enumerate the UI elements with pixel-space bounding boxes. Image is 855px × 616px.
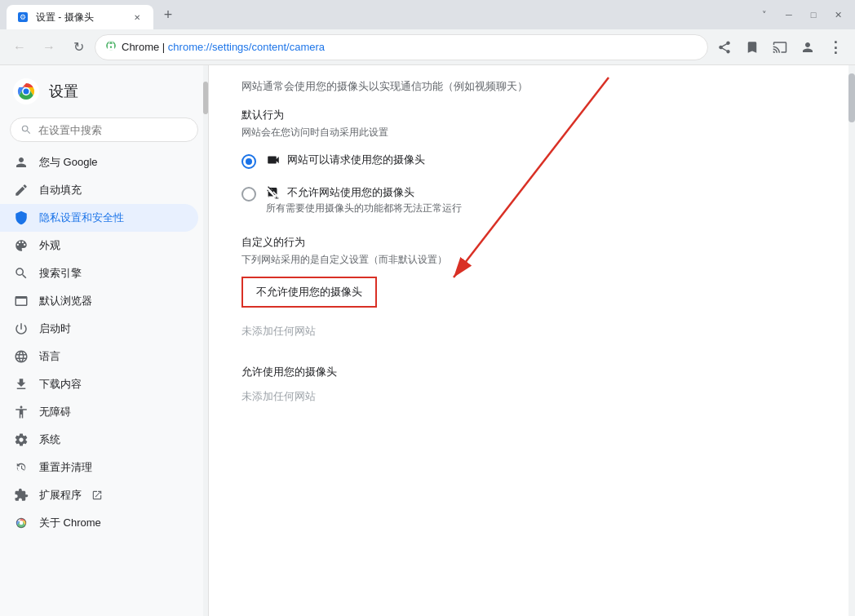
radio-allow-option[interactable]: 网站可以请求使用您的摄像头 [241,149,822,172]
forward-btn[interactable]: → [36,34,62,60]
accessibility-icon [13,405,29,419]
browser-icon [13,294,29,308]
radio-deny-subtext: 所有需要使用摄像头的功能都将无法正常运行 [266,202,822,215]
sidebar-item-language[interactable]: 语言 [0,343,198,370]
about-icon [13,516,29,530]
browser-tab[interactable]: ⚙ 设置 - 摄像头 ✕ [7,5,153,29]
radio-allow-content: 网站可以请求使用您的摄像头 [266,153,822,167]
sidebar-item-startup[interactable]: 启动时 [0,315,198,343]
maximize-btn[interactable]: □ [803,7,824,23]
sidebar-item-browser[interactable]: 默认浏览器 [0,287,198,315]
title-bar: ⚙ 设置 - 摄像头 ✕ + ˅ ─ □ ✕ [0,0,855,29]
default-behavior-label: 默认行为 [241,108,822,122]
radio-allow-text: 网站可以请求使用您的摄像头 [287,153,425,167]
blocked-empty: 未添加任何网站 [241,317,822,352]
sidebar: 设置 您与 Google 自动填充 隐私设置和安全性 外观 搜索引擎 [0,65,209,616]
window-controls: ˅ ─ □ ✕ [754,7,848,23]
sidebar-item-autofill[interactable]: 自动填充 [0,176,198,204]
person-icon [13,155,29,170]
sidebar-header: 设置 [0,72,208,117]
screen-cast-btn[interactable] [767,34,793,60]
sidebar-item-extensions[interactable]: 扩展程序 [0,481,198,509]
top-description: 网站通常会使用您的摄像头以实现通信功能（例如视频聊天） [241,78,822,95]
language-icon [13,349,29,364]
security-icon [105,40,117,54]
tab-strip-menu-btn[interactable]: ˅ [754,7,775,23]
sidebar-search-box[interactable] [10,117,198,142]
sidebar-item-label: 隐私设置和安全性 [39,211,124,225]
refresh-btn[interactable]: ↻ [65,34,91,60]
profile-btn[interactable] [795,34,821,60]
sidebar-item-system[interactable]: 系统 [0,426,198,454]
palette-icon [13,238,29,253]
download-icon [13,377,29,392]
sidebar-item-label: 重置并清理 [39,460,92,475]
sidebar-item-label: 无障碍 [39,405,71,419]
custom-title: 自定义的行为 [241,235,822,250]
address-bar[interactable]: Chrome | chrome://settings/content/camer… [95,34,708,60]
allowed-empty: 未添加任何网站 [241,383,822,417]
custom-section: 自定义的行为 下列网站采用的是自定义设置（而非默认设置） 不允许使用您的摄像头 … [241,235,822,417]
new-tab-btn[interactable]: + [157,3,179,26]
search-engine-icon [13,266,29,281]
sidebar-item-label: 关于 Chrome [39,516,101,530]
sidebar-item-appearance[interactable]: 外观 [0,232,198,259]
radio-deny-main: 不允许网站使用您的摄像头 [266,185,822,200]
main-layout: 设置 您与 Google 自动填充 隐私设置和安全性 外观 搜索引擎 [0,65,855,616]
sidebar-item-label: 外观 [39,238,60,253]
close-btn[interactable]: ✕ [827,7,848,23]
share-btn[interactable] [711,34,738,60]
radio-deny-text: 不允许网站使用您的摄像头 [287,185,414,200]
svg-text:⚙: ⚙ [20,13,26,21]
radio-deny-content: 不允许网站使用您的摄像头 所有需要使用摄像头的功能都将无法正常运行 [266,185,822,215]
blocked-box: 不允许使用您的摄像头 [241,277,377,308]
tab-title: 设置 - 摄像头 [36,11,124,24]
shield-icon [13,211,29,225]
bookmark-btn[interactable] [739,34,765,60]
sidebar-item-label: 系统 [39,432,60,447]
nav-bar: ← → ↻ Chrome | chrome://settings/content… [0,29,855,65]
back-btn[interactable]: ← [7,34,33,60]
default-behavior-sub: 网站会在您访问时自动采用此设置 [241,126,822,140]
sidebar-item-label: 搜索引擎 [39,266,82,281]
sidebar-item-accessibility[interactable]: 无障碍 [0,398,198,426]
sidebar-item-label: 默认浏览器 [39,294,92,308]
sidebar-item-label: 下载内容 [39,377,82,392]
content-inner: 网站通常会使用您的摄像头以实现通信功能（例如视频聊天） 默认行为 网站会在您访问… [209,65,855,430]
autofill-icon [13,183,29,197]
sidebar-item-privacy[interactable]: 隐私设置和安全性 [0,204,198,232]
radio-allow-main: 网站可以请求使用您的摄像头 [266,153,822,167]
radio-deny-option[interactable]: 不允许网站使用您的摄像头 所有需要使用摄像头的功能都将无法正常运行 [241,182,822,219]
camera-icon [266,153,281,167]
sidebar-item-label: 您与 Google [39,155,98,170]
svg-point-5 [24,89,29,95]
content-area: 网站通常会使用您的摄像头以实现通信功能（例如视频聊天） 默认行为 网站会在您访问… [209,65,855,616]
minimize-btn[interactable]: ─ [778,7,800,23]
sidebar-item-about[interactable]: 关于 Chrome [0,509,198,537]
tab-close-btn[interactable]: ✕ [131,11,144,24]
sidebar-item-label: 启动时 [39,321,71,336]
power-icon [13,321,29,336]
sidebar-item-reset[interactable]: 重置并清理 [0,454,198,481]
nav-actions: ⋮ [711,34,848,60]
tab-favicon: ⚙ [16,11,29,24]
sidebar-main-title: 设置 [49,82,78,101]
sidebar-item-search[interactable]: 搜索引擎 [0,259,198,287]
chrome-logo [13,78,39,104]
menu-btn[interactable]: ⋮ [822,34,848,60]
address-text: Chrome | chrome://settings/content/camer… [122,41,325,53]
extension-icon [13,488,29,503]
search-input[interactable] [38,124,188,136]
search-icon [20,123,32,136]
custom-subtitle: 下列网站采用的是自定义设置（而非默认设置） [241,253,822,267]
reset-icon [13,460,29,475]
camera-off-icon [266,185,281,200]
sidebar-item-google[interactable]: 您与 Google [0,148,198,176]
radio-allow-btn[interactable] [241,154,256,169]
svg-point-7 [20,521,24,525]
system-icon [13,432,29,447]
sidebar-item-label: 扩展程序 [39,488,82,503]
sidebar-item-label: 语言 [39,349,60,364]
sidebar-item-downloads[interactable]: 下载内容 [0,370,198,398]
radio-deny-btn[interactable] [241,187,256,202]
